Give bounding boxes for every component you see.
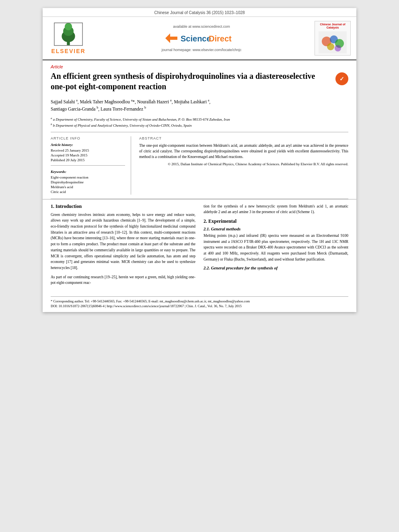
abstract-copyright: © 2015, Dalian Institute of Chemical Phy… [139, 162, 348, 166]
received-date: Received 25 January 2015 [51, 148, 125, 152]
divider-keywords [51, 165, 125, 166]
svg-point-3 [65, 23, 72, 30]
abstract-text: The one-pot eight-component reaction bet… [139, 143, 348, 160]
affiliation-b: b b Department of Physical and Analytica… [51, 122, 348, 129]
intro-continued: tion for the synthesis of a new heterocy… [204, 203, 348, 215]
svg-point-12 [327, 43, 334, 50]
body-right-column: tion for the synthesis of a new heterocy… [204, 203, 348, 290]
header-center: available at www.sciencedirect.com Scien… [93, 21, 311, 55]
affiliations: a a Department of Chemistry, Faculty of … [43, 115, 356, 132]
doi-footnote: DOI: 10.1016/S1872-2067(15)60846-4 | htt… [51, 304, 348, 308]
accepted-date: Accepted 19 March 2015 [51, 153, 125, 157]
available-text: available at www.sciencedirect.com [173, 25, 230, 29]
journal-citation: Chinese Journal of Catalysis 36 (2015) 1… [43, 8, 356, 17]
article-info-column: ARTICLE INFO Article history: Received 2… [51, 136, 131, 195]
article-title: An efficient green synthesis of dispiroh… [51, 71, 331, 92]
header: ELSEVIER available at www.sciencedirect.… [43, 17, 356, 60]
general-methods-text: Melting points (m.p.) and infrared (IR) … [204, 233, 348, 263]
page: Chinese Journal of Catalysis 36 (2015) 1… [43, 8, 356, 312]
svg-point-13 [335, 45, 341, 51]
intro-paragraph-2: As part of our continuing research [19–2… [51, 274, 195, 286]
journal-thumb-title: Chinese Journal of Catalysis [317, 23, 349, 30]
body-columns: 1. Introduction Green chemistry involves… [51, 203, 348, 290]
experimental-heading: 2. Experimental [204, 218, 348, 224]
general-methods-heading: 2.1. General methods [204, 227, 348, 231]
corresponding-footnote: * Corresponding author. Tel: +98-5412446… [51, 299, 348, 303]
intro-paragraph-1: Green chemistry involves intrinsic atom … [51, 212, 195, 271]
journal-homepage-text: journal homepage: www.elsevier.com/locat… [162, 48, 242, 52]
authors: Sajjad Salahi a, Malek Taher Maghsoodlou… [43, 96, 356, 115]
svg-marker-5 [165, 33, 177, 43]
crossmark-badge: ✓ [335, 72, 348, 85]
journal-citation-text: Chinese Journal of Catalysis 36 (2015) 1… [154, 10, 245, 15]
body-left-column: 1. Introduction Green chemistry involves… [51, 203, 195, 290]
article-header: An efficient green synthesis of dispiroh… [43, 71, 356, 96]
elsevier-tree-icon [52, 22, 84, 46]
journal-cover-image [319, 31, 347, 53]
main-body: 1. Introduction Green chemistry involves… [43, 199, 356, 294]
keyword-1: Eight-component reaction [51, 175, 125, 179]
svg-text:Direct: Direct [209, 34, 232, 43]
article-info-label: ARTICLE INFO [51, 136, 125, 140]
svg-text:Science: Science [181, 34, 211, 43]
history-label: Article history: [51, 143, 125, 147]
published-date: Published 20 July 2015 [51, 158, 125, 162]
sd-logo-icon: Science Direct [161, 31, 242, 45]
affiliation-a: a a Department of Chemistry, Faculty of … [51, 116, 348, 123]
intro-heading: 1. Introduction [51, 203, 195, 210]
elsevier-logo: ELSEVIER [48, 21, 88, 55]
article-type: Article [43, 60, 356, 71]
keyword-3: Meldrum's acid [51, 185, 125, 189]
authors-text: Sajjad Salahi a, Malek Taher Maghsoodlou… [51, 99, 210, 111]
keyword-2: Dispirohydroquinoline [51, 180, 125, 184]
info-abstract-section: ARTICLE INFO Article history: Received 2… [43, 132, 356, 199]
keywords-label: Keywords: [51, 170, 125, 174]
general-procedure-heading: 2.2. General procedure for the synthesis… [204, 266, 348, 270]
abstract-label: ABSTRACT [139, 136, 348, 140]
journal-thumbnail: Chinese Journal of Catalysis [315, 21, 351, 55]
sciencedirect-logo: Science Direct [161, 31, 242, 45]
abstract-column: ABSTRACT The one-pot eight-component rea… [139, 136, 348, 195]
elsevier-text: ELSEVIER [51, 48, 85, 54]
keyword-4: Citric acid [51, 190, 125, 194]
footnotes: * Corresponding author. Tel: +98-5412446… [51, 296, 348, 312]
